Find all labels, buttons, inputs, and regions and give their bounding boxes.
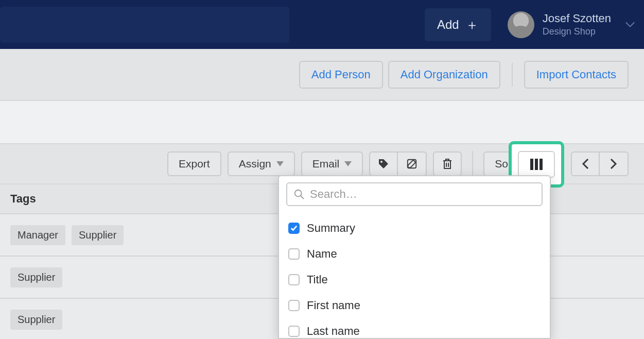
columns-dropdown: SummaryNameTitleFirst nameLast name	[278, 175, 551, 339]
tag-icon	[377, 158, 390, 170]
dropdown-option-label: Summary	[307, 222, 355, 235]
dropdown-option-label: Name	[307, 247, 337, 261]
plus-icon: ＋	[465, 18, 479, 31]
user-menu[interactable]: Josef Szotten Design Shop	[508, 11, 635, 38]
caret-down-icon	[344, 161, 352, 166]
trash-icon	[442, 158, 452, 170]
svg-line-6	[301, 196, 304, 199]
edit-button[interactable]	[398, 151, 427, 176]
svg-rect-4	[539, 159, 543, 170]
assign-button[interactable]: Assign	[228, 151, 295, 176]
edit-icon	[406, 158, 417, 170]
user-text: Josef Szotten Design Shop	[543, 12, 611, 37]
svg-point-5	[295, 190, 302, 197]
global-search-input[interactable]	[0, 7, 289, 43]
checkbox[interactable]	[288, 300, 300, 311]
svg-rect-2	[530, 159, 533, 170]
tag-edit-group	[369, 151, 427, 176]
search-icon	[293, 189, 305, 200]
dropdown-option-label: Title	[307, 273, 328, 286]
subheader: Add Person Add Organization Import Conta…	[0, 49, 644, 101]
add-organization-button[interactable]: Add Organization	[388, 61, 500, 89]
add-button[interactable]: Add ＋	[425, 8, 491, 41]
import-contacts-button[interactable]: Import Contacts	[524, 61, 629, 89]
columns-icon	[530, 158, 543, 171]
export-label: Export	[179, 158, 210, 170]
topnav-right: Add ＋ Josef Szotten Design Shop	[425, 8, 635, 41]
chevron-left-icon	[582, 159, 589, 169]
columns-button[interactable]	[518, 151, 555, 178]
next-page-button[interactable]	[600, 151, 629, 176]
tag-chip[interactable]: Supplier	[72, 225, 124, 245]
top-nav: Add ＋ Josef Szotten Design Shop	[0, 0, 644, 49]
dropdown-option[interactable]: Last name	[288, 318, 541, 339]
user-name: Josef Szotten	[543, 12, 611, 25]
chevron-right-icon	[610, 159, 617, 169]
svg-rect-3	[535, 159, 538, 170]
chevron-down-icon	[625, 22, 635, 28]
tag-chip[interactable]: Supplier	[10, 267, 62, 287]
caret-down-icon	[276, 161, 284, 166]
checkbox[interactable]	[288, 223, 300, 234]
checkbox[interactable]	[288, 326, 300, 337]
email-label: Email	[312, 158, 340, 170]
dropdown-option-label: First name	[307, 299, 360, 312]
assign-label: Assign	[239, 158, 271, 170]
prev-page-button[interactable]	[571, 151, 600, 176]
add-button-label: Add	[437, 18, 459, 32]
dropdown-search-input[interactable]	[310, 188, 535, 201]
dropdown-option[interactable]: First name	[288, 293, 541, 318]
checkbox[interactable]	[288, 274, 300, 285]
separator	[472, 151, 473, 177]
pager	[571, 151, 629, 176]
avatar	[508, 11, 534, 38]
dropdown-option[interactable]: Title	[288, 267, 541, 293]
delete-button[interactable]	[433, 151, 462, 176]
dropdown-search[interactable]	[286, 182, 543, 206]
email-button[interactable]: Email	[301, 151, 363, 176]
tag-chip[interactable]: Manager	[10, 225, 65, 245]
separator	[512, 63, 513, 87]
add-person-button[interactable]: Add Person	[299, 61, 383, 89]
tag-button[interactable]	[369, 151, 398, 176]
spacer-strip	[0, 101, 644, 143]
dropdown-option-label: Last name	[307, 325, 360, 338]
user-org: Design Shop	[543, 26, 611, 37]
dropdown-option[interactable]: Name	[288, 241, 541, 267]
tag-chip[interactable]: Supplier	[10, 310, 62, 330]
dropdown-option-list: SummaryNameTitleFirst nameLast name	[279, 214, 550, 339]
checkbox[interactable]	[288, 248, 300, 260]
svg-point-0	[380, 161, 382, 163]
dropdown-option[interactable]: Summary	[288, 215, 541, 241]
export-button[interactable]: Export	[167, 151, 221, 176]
